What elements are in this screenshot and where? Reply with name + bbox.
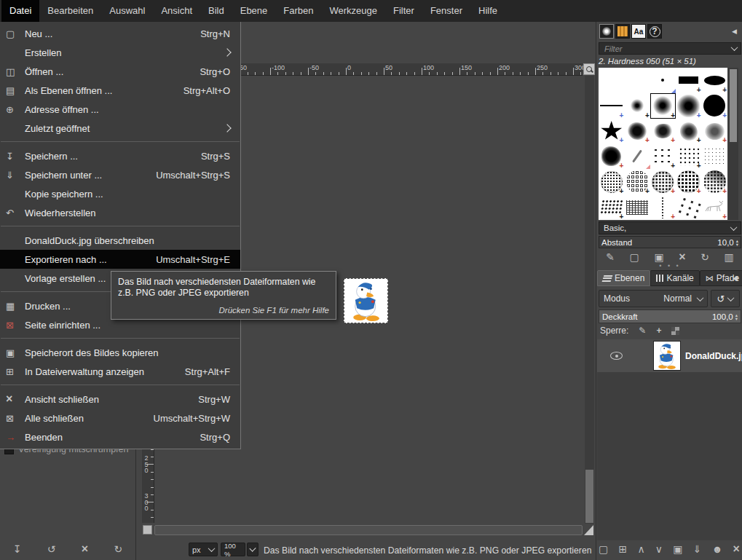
spinner-icon[interactable]: ▴▾ <box>736 239 738 246</box>
brush-cell[interactable]: + <box>650 194 676 220</box>
tab-patterns[interactable] <box>615 24 630 39</box>
brush-cell[interactable] <box>702 143 727 169</box>
tab-kanale[interactable]: Kanäle <box>650 270 699 286</box>
lock-position-icon[interactable]: + <box>656 326 661 336</box>
raise-layer-icon[interactable]: ∧ <box>637 542 644 556</box>
spinner-icon[interactable]: ▴▾ <box>735 313 738 320</box>
file-menu-item[interactable]: ⊞In Dateiverwaltung anzeigenStrg+Alt+F <box>0 362 240 381</box>
menubar-item-bild[interactable]: Bild <box>200 0 232 22</box>
layer-mode-dropdown[interactable]: Modus Normal <box>599 290 708 307</box>
brush-spacing-slider[interactable]: Abstand 10,0 ▴▾ <box>599 236 741 248</box>
reset-tool-options-icon[interactable]: ↻ <box>114 542 123 556</box>
tab-help[interactable]: ? <box>647 24 662 39</box>
save-tool-preset-icon[interactable]: ↧ <box>13 542 22 556</box>
brush-cell[interactable]: + <box>676 119 701 144</box>
menubar-item-ebene[interactable]: Ebene <box>232 0 276 22</box>
brush-cell[interactable]: + <box>676 68 701 93</box>
new-brush-icon[interactable]: ▢ <box>630 250 639 264</box>
menubar-item-filter[interactable]: Filter <box>385 0 422 22</box>
brush-cell[interactable]: + <box>650 169 676 194</box>
menubar-item-ansicht[interactable]: Ansicht <box>153 0 200 22</box>
brush-cell[interactable]: + <box>702 68 727 93</box>
brush-cell[interactable]: + <box>702 93 727 119</box>
file-menu-item[interactable]: Erstellen <box>0 43 240 62</box>
layer-row[interactable]: DonaldDuck.jp <box>597 339 742 372</box>
tab-ebenen[interactable]: Ebenen <box>597 270 650 286</box>
file-menu-item[interactable]: ↶Wiederherstellen <box>0 203 240 222</box>
add-mask-icon[interactable]: ☻ <box>712 542 723 556</box>
file-menu-item[interactable]: ↧Speichern ...Strg+S <box>0 146 240 165</box>
vertical-scrollbar[interactable] <box>585 76 594 524</box>
opacity-slider[interactable]: Deckkraft 100,0 ▴▾ <box>599 309 741 323</box>
brush-cell[interactable]: + <box>702 194 727 220</box>
delete-layer-icon[interactable]: × <box>733 542 740 556</box>
file-menu-item[interactable]: Kopie speichern ... <box>0 184 240 203</box>
file-menu-item[interactable]: ◫Öffnen ...Strg+O <box>0 62 240 81</box>
file-menu-item[interactable]: ⊠Alle schließenUmschalt+Strg+W <box>0 409 240 427</box>
quick-mask-toggle[interactable] <box>143 525 152 535</box>
file-menu-item[interactable]: Zuletzt geöffnet <box>0 119 240 138</box>
brush-cell[interactable] <box>650 68 676 93</box>
open-brush-as-image-icon[interactable]: ▥ <box>724 250 733 264</box>
menubar-item-fenster[interactable]: Fenster <box>422 0 470 22</box>
brush-cell[interactable] <box>624 194 650 220</box>
menubar-item-auswahl[interactable]: Auswahl <box>101 0 153 22</box>
brush-cell[interactable]: + <box>650 143 676 169</box>
lock-pixels-icon[interactable]: ✎ <box>639 326 646 336</box>
merge-layer-icon[interactable]: ⇓ <box>693 542 702 556</box>
brush-cell[interactable]: + <box>599 119 624 144</box>
brush-cell[interactable]: + <box>599 169 624 194</box>
file-menu-item[interactable]: ▣Speicherort des Bildes kopieren <box>0 343 240 362</box>
donaldduck-image[interactable] <box>344 278 388 323</box>
brush-scrollbar-thumb[interactable] <box>730 69 737 142</box>
brush-cell[interactable]: + <box>702 119 727 144</box>
vertical-scrollbar-thumb[interactable] <box>585 470 593 523</box>
file-menu-item[interactable]: ⊕Adresse öffnen ... <box>0 100 240 119</box>
navigation-icon[interactable] <box>584 525 593 535</box>
brush-cell[interactable]: + <box>650 93 676 119</box>
lower-layer-icon[interactable]: ∨ <box>655 542 663 556</box>
mode-options-button[interactable]: ↺ <box>711 290 740 307</box>
menubar-item-werkzeuge[interactable]: Werkzeuge <box>322 0 386 22</box>
tab-brushes[interactable] <box>599 24 614 39</box>
menubar-item-farben[interactable]: Farben <box>275 0 321 22</box>
brush-cell[interactable]: + <box>650 119 676 144</box>
brush-cell[interactable]: + <box>676 93 701 119</box>
brush-cell[interactable]: + <box>624 119 650 144</box>
brush-cell[interactable]: + <box>676 143 701 169</box>
brush-filter-input[interactable] <box>603 44 732 54</box>
brush-cell[interactable] <box>624 68 650 93</box>
unit-dropdown[interactable]: px <box>189 543 218 556</box>
file-menu-item[interactable]: ▤Als Ebenen öffnen ...Strg+Alt+O <box>0 81 240 100</box>
brush-cell[interactable]: + <box>624 93 650 119</box>
edit-brush-icon[interactable]: ✎ <box>606 250 615 264</box>
brush-cell[interactable] <box>624 143 650 169</box>
brush-cell[interactable]: + <box>599 194 624 220</box>
tab-menu-icon[interactable]: ◀ <box>732 28 737 35</box>
brush-filter[interactable] <box>599 42 741 55</box>
file-menu-item[interactable]: ⇓Speichern unter ...Umschalt+Strg+S <box>0 165 240 184</box>
menubar-item-bearbeiten[interactable]: Bearbeiten <box>39 0 101 22</box>
brush-cell[interactable]: + <box>624 169 650 194</box>
brush-cell[interactable] <box>676 194 701 220</box>
brush-cell[interactable]: + <box>702 169 727 194</box>
file-menu-item[interactable]: DonaldDuck.jpg überschreiben <box>0 231 240 250</box>
menubar-item-hilfe[interactable]: Hilfe <box>470 0 505 22</box>
new-layer-group-icon[interactable]: ⊞ <box>618 542 627 556</box>
brush-group-dropdown[interactable]: Basic, <box>599 221 741 234</box>
new-layer-icon[interactable]: ▢ <box>599 542 608 556</box>
duplicate-layer-icon[interactable]: ▣ <box>673 542 682 556</box>
file-menu-item[interactable]: ▢Neu ...Strg+N <box>0 24 240 43</box>
visibility-eye-icon[interactable] <box>610 352 623 360</box>
menubar-item-datei[interactable]: Datei <box>1 0 39 22</box>
delete-tool-preset-icon[interactable]: × <box>82 542 88 556</box>
brush-cell[interactable] <box>599 68 624 93</box>
brush-scrollbar[interactable] <box>728 68 738 220</box>
brush-cell[interactable]: + <box>676 169 701 194</box>
lock-alpha-icon[interactable] <box>671 327 679 335</box>
zoom-level[interactable]: 100 % <box>221 543 245 556</box>
file-menu-item[interactable]: →BeendenStrg+Q <box>0 427 240 446</box>
zoom-follow-window-button[interactable] <box>583 63 595 75</box>
zoom-dropdown-button[interactable] <box>247 543 258 556</box>
restore-tool-preset-icon[interactable]: ↺ <box>47 542 56 556</box>
